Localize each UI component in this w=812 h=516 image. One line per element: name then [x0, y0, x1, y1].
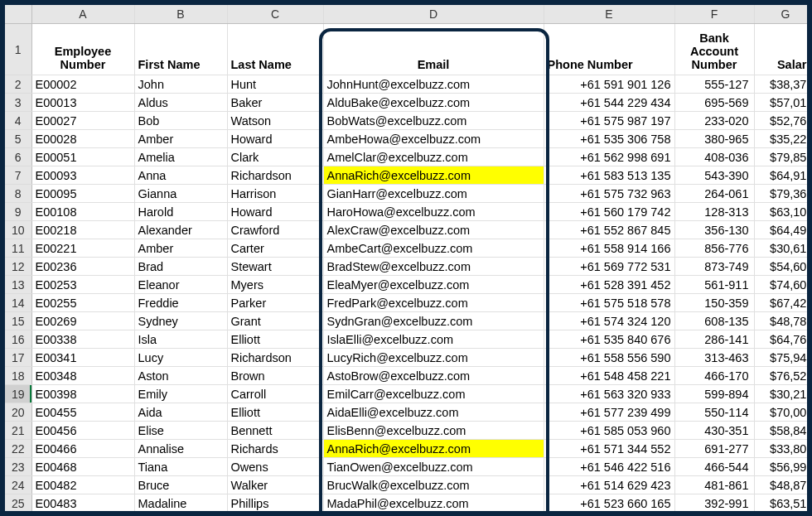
cell-C9[interactable]: Howard — [227, 203, 323, 221]
cell-A20[interactable]: E00455 — [31, 403, 134, 422]
select-all-corner[interactable] — [5, 5, 31, 24]
cell-B8[interactable]: Gianna — [134, 185, 227, 203]
cell-C19[interactable]: Carroll — [227, 385, 323, 403]
cell-C5[interactable]: Howard — [227, 130, 323, 148]
cell-G2[interactable]: $38,377 — [754, 75, 812, 94]
cell-A2[interactable]: E00002 — [31, 75, 134, 94]
cell-A4[interactable]: E00027 — [31, 112, 134, 130]
header-bank-account[interactable]: BankAccountNumber — [674, 24, 754, 75]
column-header-row[interactable]: A B C D E F G — [5, 5, 812, 24]
cell-D17[interactable]: LucyRich@excelbuzz.com — [323, 349, 544, 367]
cell-D15[interactable]: SydnGran@excelbuzz.com — [323, 312, 544, 330]
cell-E22[interactable]: +61 571 344 552 — [544, 440, 674, 458]
cell-C13[interactable]: Myers — [227, 276, 323, 294]
cell-A13[interactable]: E00253 — [31, 276, 134, 294]
col-header-B[interactable]: B — [134, 5, 227, 24]
cell-D5[interactable]: AmbeHowa@excelbuzz.com — [323, 130, 544, 148]
cell-D8[interactable]: GianHarr@excelbuzz.com — [323, 185, 544, 203]
cell-G5[interactable]: $35,220 — [754, 130, 812, 148]
cell-A11[interactable]: E00221 — [31, 239, 134, 258]
cell-E17[interactable]: +61 558 556 590 — [544, 349, 674, 367]
cell-E19[interactable]: +61 563 320 933 — [544, 385, 674, 403]
cell-F4[interactable]: 233-020 — [674, 112, 754, 130]
cell-F19[interactable]: 599-894 — [674, 385, 754, 403]
cell-F8[interactable]: 264-061 — [674, 185, 754, 203]
cell-C4[interactable]: Watson — [227, 112, 323, 130]
cell-C24[interactable]: Walker — [227, 476, 323, 494]
cell-B2[interactable]: John — [134, 75, 227, 94]
cell-C25[interactable]: Phillips — [227, 494, 323, 513]
col-header-G[interactable]: G — [754, 5, 812, 24]
cell-G12[interactable]: $54,602 — [754, 258, 812, 276]
row-header-6[interactable]: 6 — [5, 148, 31, 166]
cell-G18[interactable]: $76,525 — [754, 367, 812, 385]
row-header-1[interactable]: 1 — [5, 24, 31, 75]
cell-A21[interactable]: E00456 — [31, 422, 134, 440]
cell-F25[interactable]: 392-991 — [674, 494, 754, 513]
cell-F15[interactable]: 608-135 — [674, 312, 754, 330]
cell-E25[interactable]: +61 523 660 165 — [544, 494, 674, 513]
cell-E2[interactable]: +61 591 901 126 — [544, 75, 674, 94]
cell-G8[interactable]: $79,361 — [754, 185, 812, 203]
cell-F22[interactable]: 691-277 — [674, 440, 754, 458]
cell-C12[interactable]: Stewart — [227, 258, 323, 276]
cell-A19[interactable]: E00398 — [31, 385, 134, 403]
col-header-E[interactable]: E — [544, 5, 674, 24]
cell-A16[interactable]: E00338 — [31, 330, 134, 349]
cell-A15[interactable]: E00269 — [31, 312, 134, 330]
cell-B10[interactable]: Alexander — [134, 221, 227, 239]
cell-B21[interactable]: Elise — [134, 422, 227, 440]
cell-F9[interactable]: 128-313 — [674, 203, 754, 221]
cell-G7[interactable]: $64,911 — [754, 166, 812, 185]
row-header-14[interactable]: 14 — [5, 294, 31, 312]
cell-B7[interactable]: Anna — [134, 166, 227, 185]
row-header-5[interactable]: 5 — [5, 130, 31, 148]
cell-D7[interactable]: AnnaRich@excelbuzz.com — [323, 166, 544, 185]
cell-D12[interactable]: BradStew@excelbuzz.com — [323, 258, 544, 276]
cell-B19[interactable]: Emily — [134, 385, 227, 403]
row-header-22[interactable]: 22 — [5, 440, 31, 458]
cell-F7[interactable]: 543-390 — [674, 166, 754, 185]
cell-G24[interactable]: $48,870 — [754, 476, 812, 494]
row-header-4[interactable]: 4 — [5, 112, 31, 130]
cell-E8[interactable]: +61 575 732 963 — [544, 185, 674, 203]
row-header-20[interactable]: 20 — [5, 403, 31, 422]
cell-E6[interactable]: +61 562 998 691 — [544, 148, 674, 166]
cell-G16[interactable]: $64,762 — [754, 330, 812, 349]
cell-G10[interactable]: $64,496 — [754, 221, 812, 239]
cell-E7[interactable]: +61 583 513 135 — [544, 166, 674, 185]
cell-B5[interactable]: Amber — [134, 130, 227, 148]
cell-A7[interactable]: E00093 — [31, 166, 134, 185]
cell-E10[interactable]: +61 552 867 845 — [544, 221, 674, 239]
cell-E18[interactable]: +61 548 458 221 — [544, 367, 674, 385]
cell-G15[interactable]: $48,782 — [754, 312, 812, 330]
cell-B11[interactable]: Amber — [134, 239, 227, 258]
cell-C8[interactable]: Harrison — [227, 185, 323, 203]
cell-C20[interactable]: Elliott — [227, 403, 323, 422]
cell-B14[interactable]: Freddie — [134, 294, 227, 312]
cell-E4[interactable]: +61 575 987 197 — [544, 112, 674, 130]
cell-E9[interactable]: +61 560 179 742 — [544, 203, 674, 221]
cell-B6[interactable]: Amelia — [134, 148, 227, 166]
col-header-C[interactable]: C — [227, 5, 323, 24]
col-header-D[interactable]: D — [323, 5, 544, 24]
cell-F3[interactable]: 695-569 — [674, 94, 754, 112]
cell-F21[interactable]: 430-351 — [674, 422, 754, 440]
row-header-7[interactable]: 7 — [5, 166, 31, 185]
cell-G21[interactable]: $58,840 — [754, 422, 812, 440]
cell-D11[interactable]: AmbeCart@excelbuzz.com — [323, 239, 544, 258]
cell-D22[interactable]: AnnaRich@excelbuzz.com — [323, 440, 544, 458]
cell-E23[interactable]: +61 546 422 516 — [544, 458, 674, 476]
cell-G14[interactable]: $67,427 — [754, 294, 812, 312]
cell-C14[interactable]: Parker — [227, 294, 323, 312]
cell-G11[interactable]: $30,615 — [754, 239, 812, 258]
col-header-A[interactable]: A — [31, 5, 134, 24]
header-email[interactable]: Email — [323, 24, 544, 75]
cell-A24[interactable]: E00482 — [31, 476, 134, 494]
row-header-17[interactable]: 17 — [5, 349, 31, 367]
row-header-12[interactable]: 12 — [5, 258, 31, 276]
cell-C22[interactable]: Richards — [227, 440, 323, 458]
cell-D25[interactable]: MadaPhil@excelbuzz.com — [323, 494, 544, 513]
cell-B15[interactable]: Sydney — [134, 312, 227, 330]
cell-D9[interactable]: HaroHowa@excelbuzz.com — [323, 203, 544, 221]
